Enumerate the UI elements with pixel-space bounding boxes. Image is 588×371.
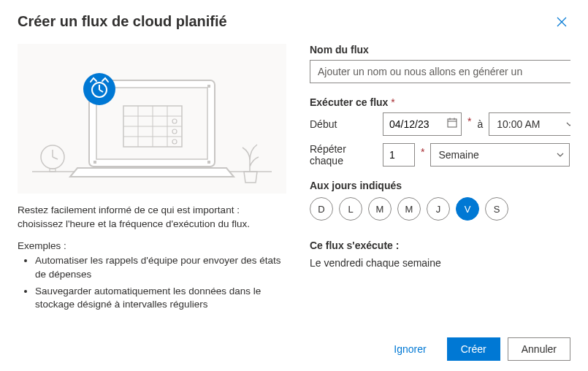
example-item: Sauvegarder automatiquement les données … (35, 285, 286, 313)
examples-label: Exemples : (18, 240, 286, 251)
skip-button[interactable]: Ignorer (381, 337, 439, 361)
scheduled-flow-illustration (18, 44, 286, 194)
svg-rect-7 (96, 88, 207, 159)
chevron-down-icon (565, 120, 570, 129)
start-label: Début (310, 118, 377, 130)
days-row: DLMMJVS (310, 197, 570, 221)
description-text: Restez facilement informé de ce qui est … (18, 204, 286, 232)
day-toggle-0[interactable]: D (310, 197, 333, 221)
day-toggle-6[interactable]: S (485, 197, 508, 221)
day-toggle-2[interactable]: M (368, 197, 392, 221)
svg-rect-20 (93, 161, 96, 164)
start-date-field[interactable] (383, 112, 462, 136)
form-panel: Nom du flux Exécuter ce flux * Début (310, 44, 570, 329)
day-toggle-4[interactable]: J (427, 197, 450, 221)
flow-name-input[interactable] (310, 60, 570, 83)
day-toggle-3[interactable]: M (397, 197, 421, 221)
scheduled-flow-dialog: Créer un flux de cloud planifié (0, 0, 588, 371)
days-section: Aux jours indiqués DLMMJVS (310, 180, 570, 221)
example-item: Automatiser les rappels d'équipe pour en… (35, 254, 286, 282)
close-button[interactable] (553, 13, 570, 31)
flow-name-section: Nom du flux (310, 44, 570, 83)
chevron-down-icon (556, 150, 565, 159)
close-icon (557, 17, 567, 27)
exec-text: Le vendredi chaque semaine (310, 257, 570, 269)
required-indicator: * (467, 115, 471, 127)
dialog-footer: Ignorer Créer Annuler (18, 329, 570, 371)
required-indicator: * (421, 146, 424, 158)
run-label-text: Exécuter ce flux (310, 96, 388, 108)
dialog-title: Créer un flux de cloud planifié (18, 13, 227, 30)
repeat-unit-select[interactable]: Semaine (430, 143, 569, 167)
dialog-body: Restez facilement informé de ce qui est … (18, 44, 570, 329)
run-label: Exécuter ce flux * (310, 96, 570, 108)
day-toggle-1[interactable]: L (339, 197, 362, 221)
repeat-unit-value: Semaine (438, 149, 478, 161)
repeat-row: Répéter chaque * Semaine * (310, 143, 570, 167)
at-label: à (477, 118, 483, 130)
flow-name-label: Nom du flux (310, 44, 570, 56)
required-indicator: * (391, 96, 394, 108)
svg-rect-19 (207, 85, 210, 88)
start-row: Début * à 10:00 AM (310, 112, 570, 136)
examples-list: Automatiser les rappels d'équipe pour en… (18, 254, 286, 313)
repeat-count-input[interactable] (383, 143, 415, 167)
left-panel: Restez facilement informé de ce qui est … (18, 44, 286, 329)
repeat-label: Répéter chaque (310, 143, 377, 167)
days-label: Aux jours indiqués (310, 180, 570, 191)
dialog-header: Créer un flux de cloud planifié (18, 13, 570, 31)
svg-rect-26 (448, 119, 457, 127)
calendar-icon (447, 118, 457, 128)
day-toggle-5[interactable]: V (456, 197, 479, 221)
exec-heading: Ce flux s'exécute : (310, 240, 570, 251)
svg-rect-21 (207, 161, 210, 164)
create-button[interactable]: Créer (447, 337, 500, 361)
run-section: Exécuter ce flux * Début * (310, 96, 570, 167)
start-time-select[interactable]: 10:00 AM (489, 112, 570, 136)
start-time-value: 10:00 AM (497, 118, 540, 130)
cancel-button[interactable]: Annuler (508, 337, 570, 361)
